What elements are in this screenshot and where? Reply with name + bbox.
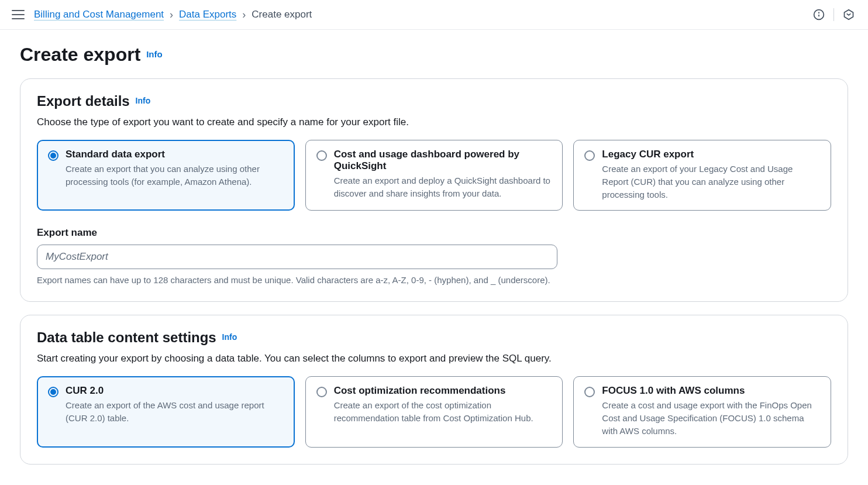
tile-desc: Create a cost and usage export with the …: [602, 399, 820, 437]
breadcrumb-link-billing[interactable]: Billing and Cost Management: [34, 9, 164, 20]
tile-cost-optimization[interactable]: Cost optimization recommendations Create…: [305, 376, 563, 447]
info-icon[interactable]: [811, 7, 826, 22]
breadcrumb-link-data-exports[interactable]: Data Exports: [179, 9, 236, 20]
topbar: Billing and Cost Management › Data Expor…: [0, 0, 868, 30]
page-info-link[interactable]: Info: [146, 49, 163, 59]
topbar-actions: [811, 7, 856, 22]
tile-desc: Create an export of the AWS cost and usa…: [66, 399, 284, 425]
tile-focus[interactable]: FOCUS 1.0 with AWS columns Create a cost…: [573, 376, 831, 447]
radio-icon: [48, 150, 58, 161]
data-table-heading: Data table content settings: [37, 329, 216, 346]
tile-desc: Create an export that you can analyze us…: [66, 163, 284, 188]
main-content: Create export Info Export details Info C…: [0, 30, 868, 485]
tile-standard-export[interactable]: Standard data export Create an export th…: [37, 140, 295, 211]
radio-icon: [584, 387, 595, 397]
data-table-desc: Start creating your export by choosing a…: [37, 353, 831, 364]
chevron-right-icon: ›: [170, 9, 173, 20]
breadcrumb: Billing and Cost Management › Data Expor…: [34, 9, 312, 20]
breadcrumb-current: Create export: [252, 9, 312, 20]
radio-icon: [316, 150, 327, 161]
radio-icon: [48, 387, 58, 397]
radio-icon: [316, 387, 327, 397]
export-details-desc: Choose the type of export you want to cr…: [37, 116, 831, 128]
tile-desc: Create an export and deploy a QuickSight…: [334, 174, 552, 200]
tile-cur-2[interactable]: CUR 2.0 Create an export of the AWS cost…: [37, 376, 295, 447]
tile-desc: Create an export of your Legacy Cost and…: [602, 163, 820, 201]
page-header: Create export Info: [20, 44, 848, 66]
tile-title: FOCUS 1.0 with AWS columns: [602, 385, 820, 397]
tile-title: Cost and usage dashboard powered by Quic…: [334, 149, 552, 172]
page-title: Create export: [20, 44, 140, 66]
hex-icon[interactable]: [841, 7, 856, 22]
data-table-panel: Data table content settings Info Start c…: [20, 315, 848, 464]
radio-icon: [584, 150, 595, 161]
export-details-info-link[interactable]: Info: [136, 96, 151, 105]
tile-legacy-cur[interactable]: Legacy CUR export Create an export of yo…: [573, 140, 831, 211]
tile-title: CUR 2.0: [66, 385, 284, 397]
divider: [833, 8, 834, 21]
svg-point-2: [819, 12, 819, 13]
export-name-label: Export name: [37, 227, 831, 239]
data-table-tiles: CUR 2.0 Create an export of the AWS cost…: [37, 376, 831, 447]
chevron-right-icon: ›: [242, 9, 246, 20]
tile-title: Standard data export: [66, 149, 284, 160]
tile-title: Cost optimization recommendations: [334, 385, 552, 397]
export-details-panel: Export details Info Choose the type of e…: [20, 78, 848, 302]
export-type-tiles: Standard data export Create an export th…: [37, 140, 831, 211]
export-details-heading: Export details: [37, 93, 130, 109]
export-name-hint: Export names can have up to 128 characte…: [37, 275, 831, 285]
tile-title: Legacy CUR export: [602, 149, 820, 160]
tile-desc: Create an export of the cost optimizatio…: [334, 399, 552, 425]
tile-quicksight-dashboard[interactable]: Cost and usage dashboard powered by Quic…: [305, 140, 563, 211]
export-name-input[interactable]: [37, 245, 557, 269]
menu-icon[interactable]: [12, 10, 25, 19]
data-table-info-link[interactable]: Info: [222, 332, 237, 342]
